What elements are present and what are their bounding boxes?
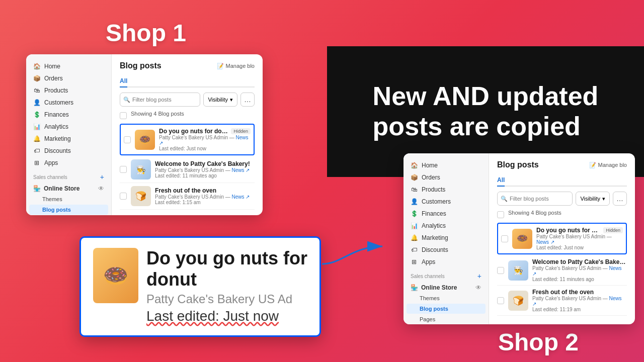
finances-icon: 💲 (411, 210, 418, 217)
shop2-tab-all[interactable]: All (497, 174, 505, 187)
shop2-sidebar-item-analytics[interactable]: 📊 Analytics (404, 220, 489, 232)
shop2-sidebar-item-apps[interactable]: ⊞ Apps (404, 256, 489, 268)
sidebar-item-home[interactable]: 🏠 Home (26, 60, 111, 72)
more-options-button[interactable]: … (240, 93, 255, 107)
shop2-post-title-2: Welcome to Patty Cake's Bakery! (532, 258, 627, 265)
post-checkbox-2[interactable] (120, 166, 127, 173)
shop2-sidebar-item-orders[interactable]: 📦 Orders (404, 171, 489, 184)
post-info-1: Do you go nuts for donut Hidden Patty Ca… (159, 128, 251, 151)
shop2-post-checkbox-3[interactable] (497, 297, 504, 304)
post-title-1: Do you go nuts for donut (159, 128, 228, 135)
shop1-main-content: Blog posts 📝 Manage blo All 🔍 Visibility… (112, 54, 263, 215)
more-icon: … (244, 96, 251, 104)
search-wrap: 🔍 (120, 93, 200, 107)
news-link-3[interactable]: News ↗ (232, 194, 250, 200)
apps-icon: ⊞ (33, 159, 40, 166)
home-icon: 🏠 (33, 63, 40, 70)
hidden-badge-1: Hidden (231, 128, 251, 134)
customers-icon: 👤 (33, 99, 40, 106)
shop2-news-link-2[interactable]: News ↗ (532, 265, 622, 277)
shop2-post-checkbox-1[interactable] (501, 235, 508, 242)
manage-blog-button[interactable]: 📝 Manage blo (217, 63, 255, 69)
store-icon: 🏪 (411, 284, 418, 291)
orders-icon: 📦 (411, 174, 418, 181)
tab-all[interactable]: All (120, 75, 127, 87)
shop2-post-edited-3: Last edited: 11:19 am (532, 307, 627, 312)
discounts-icon: 🏷 (411, 246, 418, 253)
shop1-page-title: Blog posts (120, 61, 162, 70)
eye-icon[interactable]: 👁 (98, 185, 104, 192)
shop2-sidebar-sub-blog-posts[interactable]: Blog posts (407, 304, 486, 314)
sidebar-item-discounts[interactable]: 🏷 Discounts (26, 145, 111, 157)
sidebar-item-apps[interactable]: ⊞ Apps (26, 157, 111, 169)
add-channel-icon[interactable]: + (100, 173, 104, 181)
sidebar-item-products[interactable]: 🛍 Products (26, 84, 111, 97)
shop2-post-title-1: Do you go nuts for donut (536, 227, 600, 234)
shop2-tab-bar: All (497, 174, 627, 187)
shop2-select-all-checkbox[interactable] (497, 211, 504, 218)
shop2-more-options-button[interactable]: … (613, 192, 627, 206)
shop2-news-link-3[interactable]: News ↗ (532, 296, 622, 307)
shop2-search-row: 🔍 Visibility ▾ … (497, 192, 627, 206)
post-checkbox-1[interactable] (124, 136, 131, 143)
sidebar-item-finances[interactable]: 💲 Finances (26, 109, 111, 121)
post-edited-1: Last edited: Just now (159, 146, 251, 151)
sidebar-item-orders[interactable]: 📦 Orders (26, 72, 111, 84)
post-checkbox-3[interactable] (120, 193, 127, 200)
shop2-sidebar-item-marketing[interactable]: 🔔 Marketing (404, 232, 489, 244)
shop2-search-input[interactable] (497, 192, 573, 206)
shop1-sidebar: 🏠 Home 📦 Orders 🛍 Products 👤 Customers 💲… (26, 54, 112, 215)
shop2-sidebar-item-home[interactable]: 🏠 Home (404, 159, 489, 171)
shop2-sidebar-item-products[interactable]: 🛍 Products (404, 184, 489, 196)
shop2-visibility-button[interactable]: Visibility ▾ (576, 192, 610, 206)
zoom-thumbnail: 🍩 (93, 248, 138, 303)
shop2-page-title: Blog posts (497, 160, 539, 169)
shop2-sidebar-sub-pages[interactable]: Pages (404, 314, 489, 324)
table-row: 🍩 Do you go nuts for donut Hidden Patty … (498, 224, 626, 253)
select-all-checkbox[interactable] (120, 112, 127, 119)
shop2-hidden-badge-1: Hidden (603, 227, 623, 233)
shop2-sidebar-item-finances[interactable]: 💲 Finances (404, 208, 489, 220)
shop2-post-meta-2: Patty Cake's Bakery US Admin — News ↗ (532, 265, 627, 277)
discounts-icon: 🏷 (33, 147, 40, 154)
shop2-news-link-1[interactable]: News ↗ (536, 239, 554, 245)
search-icon: 🔍 (123, 97, 130, 103)
search-input[interactable] (120, 93, 200, 107)
shop2-sidebar-sub-themes[interactable]: Themes (404, 293, 489, 303)
shop2-sidebar: 🏠 Home 📦 Orders 🛍 Products 👤 Customers 💲… (404, 153, 489, 324)
shop2-post-checkbox-2[interactable] (497, 267, 504, 274)
analytics-icon: 📊 (411, 222, 418, 229)
sidebar-sub-blog-posts[interactable]: Blog posts (29, 205, 108, 215)
zoom-post-title: Do you go nuts for donut (146, 248, 307, 290)
news-link-2[interactable]: News ↗ (232, 167, 250, 173)
shop2-main-content: Blog posts 📝 Manage blo All 🔍 Visibility… (489, 153, 635, 324)
post-meta-1: Patty Cake's Bakery US Admin — News ↗ (159, 135, 251, 146)
sidebar-sub-themes[interactable]: Themes (26, 194, 111, 204)
shop2-page-header: Blog posts 📝 Manage blo (497, 160, 627, 169)
sidebar-item-online-store[interactable]: 🏪 Online Store 👁 (26, 183, 111, 194)
sidebar-item-customers[interactable]: 👤 Customers (26, 97, 111, 109)
shop2-post-edited-1: Last edited: Just now (536, 245, 623, 250)
shop2-sidebar-item-online-store[interactable]: 🏪 Online Store 👁 (404, 282, 489, 293)
shop2-manage-blog-button[interactable]: 📝 Manage blo (589, 162, 627, 168)
shop2-post-meta-1: Patty Cake's Bakery US Admin — News ↗ (536, 234, 623, 245)
sidebar-item-analytics[interactable]: 📊 Analytics (26, 121, 111, 133)
add-channel-icon[interactable]: + (477, 272, 481, 280)
shop2-sidebar-item-discounts[interactable]: 🏷 Discounts (404, 244, 489, 256)
table-row: 👨‍🍳 Welcome to Patty Cake's Bakery! Patt… (497, 255, 627, 286)
eye-icon[interactable]: 👁 (475, 284, 481, 291)
shop1-search-row: 🔍 Visibility ▾ … (120, 93, 255, 107)
shop2-post-meta-3: Patty Cake's Bakery US Admin — News ↗ (532, 296, 627, 307)
visibility-button[interactable]: Visibility ▾ (203, 93, 237, 107)
post-info-2: Welcome to Patty Cake's Bakery! Patty Ca… (155, 160, 255, 178)
apps-icon: ⊞ (411, 258, 418, 265)
products-icon: 🛍 (411, 186, 418, 193)
post-title-3: Fresh out of the oven (155, 187, 216, 194)
shop2-sidebar-item-customers[interactable]: 👤 Customers (404, 196, 489, 208)
shop2-post-info-2: Welcome to Patty Cake's Bakery! Patty Ca… (532, 258, 627, 282)
shop1-tab-bar: All (120, 75, 255, 87)
sidebar-item-marketing[interactable]: 🔔 Marketing (26, 133, 111, 145)
news-link-1[interactable]: News ↗ (159, 135, 249, 146)
products-icon: 🛍 (33, 87, 40, 94)
post-thumbnail-1: 🍩 (135, 130, 155, 150)
